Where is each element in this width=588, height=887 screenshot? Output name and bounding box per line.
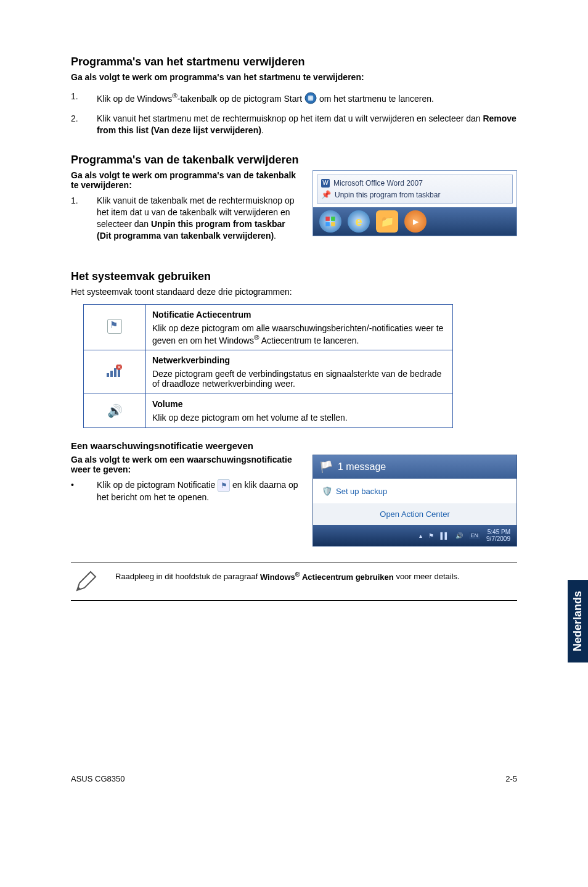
- menu-item-unpin[interactable]: 📌 Unpin this program from taskbar: [321, 189, 508, 200]
- table-row: 🔊 Volume Klik op deze pictogram om het v…: [84, 394, 453, 428]
- section2-intro: Ga als volgt te werk om programma's van …: [71, 170, 300, 190]
- svg-rect-8: [114, 368, 116, 377]
- start-orb-icon[interactable]: [319, 210, 341, 233]
- wmp-icon[interactable]: ▸: [404, 210, 427, 233]
- volume-icon: 🔊: [107, 403, 123, 418]
- start-orb-icon: [304, 92, 317, 107]
- context-menu: W Microsoft Office Word 2007 📌 Unpin thi…: [317, 175, 513, 204]
- section4-bullets: • Klik op de pictogram Notificatie ⚑ en …: [71, 479, 300, 503]
- cell-title: Notificatie Actiecentrum: [152, 310, 446, 320]
- action-center-popup: 🏳️ 1 message 🛡️ Set up backup Open Actio…: [312, 455, 517, 547]
- systray-table: Notificatie Actiecentrum Klik op deze pi…: [83, 304, 453, 429]
- bullet-marker: •: [71, 479, 97, 503]
- cell-body: Klik op deze pictogram om alle waarschuw…: [152, 323, 446, 345]
- network-icon: ✕: [107, 365, 123, 378]
- section1-step1: Klik op de Windows®-takenbalk op de pict…: [97, 91, 517, 107]
- svg-rect-2: [325, 217, 330, 221]
- table-row: Notificatie Actiecentrum Klik op deze pi…: [84, 304, 453, 350]
- section2-steps: 1. Klik vanuit de takenbalk met de recht…: [71, 195, 300, 242]
- svg-text:✕: ✕: [117, 365, 121, 370]
- section1-steps: 1. Klik op de Windows®-takenbalk op de p…: [71, 91, 517, 136]
- section1-step2: Klik vanuit het startmenu met de rechter…: [97, 113, 517, 136]
- section4-intro: Ga als volgt te werk om een waarschuwing…: [71, 455, 300, 474]
- ie-icon[interactable]: e: [348, 210, 370, 233]
- section4-title: Een waarschuwingsnotificatie weergeven: [71, 440, 517, 451]
- step-number: 1.: [71, 91, 97, 107]
- cell-body: Deze pictogram geeft de verbindingstatus…: [152, 369, 446, 389]
- popup-tray: ▴ ⚑ ▌▌ 🔊 EN 5:45 PM 9/7/2009: [313, 525, 517, 546]
- action-center-icon-cell: [84, 304, 146, 350]
- word-icon: W: [321, 179, 330, 188]
- svg-rect-3: [331, 217, 335, 221]
- pencil-note-icon: [71, 569, 100, 594]
- popup-header: 🏳️ 1 message: [313, 455, 517, 479]
- language-side-tab: Nederlands: [568, 580, 588, 662]
- cell-title: Volume: [152, 399, 446, 409]
- step-number: 2.: [71, 113, 97, 136]
- popup-header-text: 1 message: [338, 461, 386, 472]
- cell-title: Netwerkverbinding: [152, 355, 446, 365]
- svg-rect-7: [110, 371, 113, 377]
- explorer-icon[interactable]: 📁: [376, 210, 398, 233]
- open-action-center-link[interactable]: Open Action Center: [313, 503, 517, 525]
- svg-rect-4: [325, 222, 330, 226]
- section2-step1: Klik vanuit de takenbalk met de rechterm…: [97, 195, 300, 242]
- table-row: ✕ Netwerkverbinding Deze pictogram geeft…: [84, 350, 453, 394]
- section3-intro: Het systeemvak toont standaard deze drie…: [71, 287, 517, 297]
- svg-rect-6: [107, 373, 109, 377]
- footer-page-number: 2-5: [505, 774, 517, 783]
- volume-cell: Volume Klik op deze pictogram om het vol…: [146, 394, 453, 428]
- section4-bullet: Klik op de pictogram Notificatie ⚑ en kl…: [97, 479, 300, 503]
- tray-date: 9/7/2009: [486, 535, 510, 542]
- page-footer: ASUS CG8350 2-5: [71, 774, 517, 783]
- network-icon-cell: ✕: [84, 350, 146, 394]
- shield-icon: 🛡️: [322, 486, 332, 496]
- notification-flag-icon: ⚑: [218, 479, 230, 492]
- action-center-flag-icon: [107, 319, 122, 334]
- unpin-screenshot: W Microsoft Office Word 2007 📌 Unpin thi…: [312, 170, 517, 236]
- taskbar: e 📁 ▸: [313, 207, 517, 236]
- section3-title: Het systeemvak gebruiken: [71, 270, 517, 283]
- note-text: Raadpleeg in dit hoofdstuk de paragraaf …: [115, 569, 460, 582]
- cell-body: Klik op deze pictogram om het volume af …: [152, 413, 446, 423]
- flag-icon: 🏳️: [319, 460, 333, 474]
- unpin-icon: 📌: [321, 190, 331, 199]
- tray-flag-icon[interactable]: ⚑: [428, 532, 434, 539]
- network-cell: Netwerkverbinding Deze pictogram geeft d…: [146, 350, 453, 394]
- menu-item-word[interactable]: W Microsoft Office Word 2007: [321, 178, 508, 189]
- section1-intro: Ga als volgt te werk om programma's van …: [71, 72, 517, 82]
- tray-up-icon[interactable]: ▴: [419, 532, 422, 539]
- svg-rect-5: [331, 222, 335, 226]
- footer-product: ASUS CG8350: [71, 774, 125, 783]
- tray-volume-icon[interactable]: 🔊: [455, 532, 463, 539]
- section1-title: Programma's van het startmenu verwijdere…: [71, 56, 517, 68]
- tray-time: 5:45 PM: [488, 529, 510, 535]
- note-box: Raadpleeg in dit hoofdstuk de paragraaf …: [71, 563, 517, 601]
- step-number: 1.: [71, 195, 97, 242]
- tray-lang-icon[interactable]: EN: [469, 532, 481, 539]
- volume-icon-cell: 🔊: [84, 394, 146, 428]
- tray-network-icon[interactable]: ▌▌: [440, 532, 449, 539]
- action-center-cell: Notificatie Actiecentrum Klik op deze pi…: [146, 304, 453, 350]
- popup-item-backup[interactable]: 🛡️ Set up backup: [313, 479, 517, 503]
- section2-title: Programma's van de takenbalk verwijderen: [71, 154, 517, 167]
